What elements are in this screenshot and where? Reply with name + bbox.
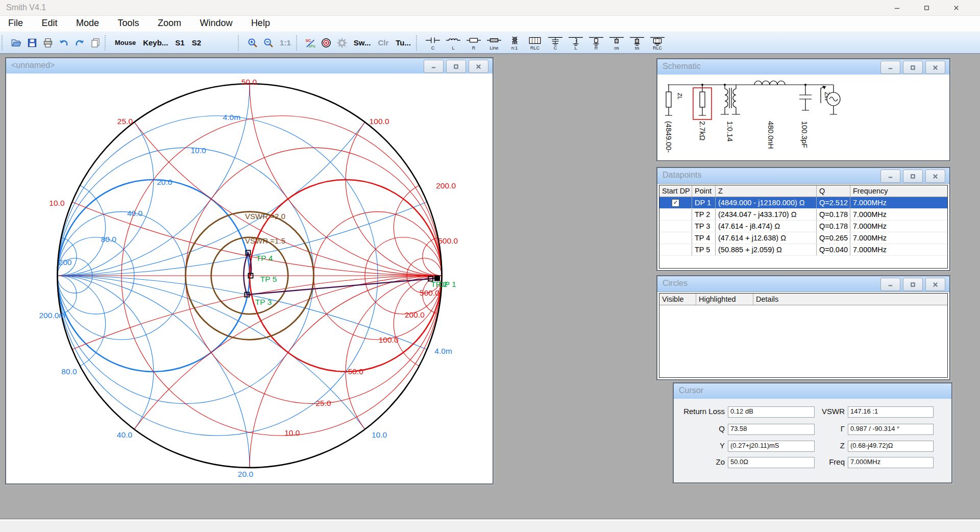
frequency-cell: 7.000MHz <box>850 221 947 232</box>
schematic-titlebar[interactable]: Schematic <box>657 59 949 75</box>
minimize-button[interactable] <box>880 278 900 291</box>
open-button[interactable] <box>9 36 23 50</box>
menu-zoom[interactable]: Zoom <box>150 16 189 31</box>
s1-button[interactable]: S1 <box>172 38 188 47</box>
col-highlighted[interactable]: Highlighted <box>696 294 753 305</box>
mouse-mode-button[interactable]: Mouse <box>111 39 139 46</box>
schematic-canvas[interactable]: ZLZin(4849.00-2.7kΩ1:0.14480.0nH100.3pF <box>657 75 949 160</box>
datapoints-panel: Datapoints Start DP Point Z Q Frequency … <box>656 167 950 271</box>
datapoints-titlebar[interactable]: Datapoints <box>657 168 949 184</box>
frequency-cell: 7.000MHz <box>850 209 947 220</box>
maximize-button[interactable] <box>903 61 923 74</box>
close-button[interactable] <box>925 61 945 74</box>
component-series-c-button[interactable]: C <box>423 34 443 52</box>
sc-splot-button[interactable]: SCSPlot <box>304 36 317 50</box>
zoom-in-button[interactable] <box>246 36 259 50</box>
component-shunt-r-button[interactable]: R <box>586 34 606 52</box>
close-button[interactable] <box>925 170 945 183</box>
start-dp-cell[interactable] <box>659 221 692 232</box>
close-button[interactable] <box>469 60 488 73</box>
undo-button[interactable] <box>57 36 70 50</box>
menu-help[interactable]: Help <box>243 16 278 31</box>
app-close-button[interactable] <box>941 0 971 15</box>
cursor-value-vswr[interactable]: 147.16 :1 <box>848 406 934 418</box>
minimize-button[interactable] <box>880 170 900 183</box>
cursor-value-z[interactable]: (0.68-j49.72)Ω <box>848 441 934 452</box>
minimize-button[interactable] <box>880 61 900 74</box>
smith-chart[interactable]: VSWR =2.0VSWR =1.550.025.0100.010.0200.0… <box>6 74 493 483</box>
component-shunt-rlc-button[interactable]: RLC <box>647 34 668 52</box>
redo-button[interactable] <box>72 36 86 50</box>
sc-splot-icon: SCSPlot <box>305 38 315 48</box>
copy-button[interactable] <box>88 36 102 50</box>
maximize-icon <box>910 281 916 288</box>
start-dp-cell[interactable]: ✓ <box>659 197 692 208</box>
component-xfmr-button[interactable]: n:1 <box>504 34 525 52</box>
component-line-button[interactable]: Line <box>484 34 504 52</box>
menu-mode[interactable]: Mode <box>68 16 107 31</box>
col-point[interactable]: Point <box>692 185 716 197</box>
table-row[interactable]: TP 4(47.614 + j12.638) ΩQ=0.2657.000MHz <box>659 232 947 244</box>
component-value-label: 480.0nH <box>767 121 775 149</box>
circles-tool-button[interactable] <box>320 36 333 50</box>
chart-window-titlebar[interactable]: <unnamed> <box>6 58 493 74</box>
zoom-reset-button[interactable]: 1:1 <box>276 38 295 47</box>
schematic-drawing: ZLZin(4849.00-2.7kΩ1:0.14480.0nH100.3pF <box>657 75 947 158</box>
component-series-r-button[interactable]: R <box>463 34 484 52</box>
zoom-out-button[interactable] <box>261 36 275 50</box>
smith-chart-area[interactable]: VSWR =2.0VSWR =1.550.025.0100.010.0200.0… <box>6 74 493 483</box>
start-dp-cell[interactable] <box>659 244 692 255</box>
save-button[interactable] <box>25 36 39 50</box>
col-q[interactable]: Q <box>817 185 850 197</box>
app-title: Smith V4.1 <box>6 3 46 12</box>
start-dp-cell[interactable] <box>659 209 692 220</box>
circles-titlebar[interactable]: Circles <box>657 276 949 292</box>
settings-gear-button[interactable] <box>335 36 349 50</box>
component-shunt-ss-button[interactable]: ss <box>627 34 647 52</box>
start-dp-checkbox[interactable]: ✓ <box>672 199 679 207</box>
col-start-dp[interactable]: Start DP <box>659 185 692 197</box>
table-row[interactable]: TP 2(2434.047 - j433.170) ΩQ=0.1787.000M… <box>659 209 947 221</box>
menubar: File Edit Mode Tools Zoom Window Help <box>0 16 980 32</box>
print-button[interactable] <box>41 36 55 50</box>
table-row[interactable]: TP 5(50.885 + j2.059) ΩQ=0.0407.000MHz <box>659 244 947 256</box>
menu-file[interactable]: File <box>0 16 31 31</box>
col-details[interactable]: Details <box>753 294 947 305</box>
cursor-value--[interactable]: 0.987 / -90.314 ° <box>848 424 934 435</box>
point-cell: TP 5 <box>692 244 716 255</box>
maximize-button[interactable] <box>446 60 466 73</box>
minimize-icon <box>887 173 894 180</box>
minimize-icon <box>887 64 894 71</box>
component-shunt-os-button[interactable]: os <box>606 34 627 52</box>
close-button[interactable] <box>925 278 945 291</box>
menu-edit[interactable]: Edit <box>33 16 65 31</box>
component-label: RLC <box>530 46 540 50</box>
cursor-value-freq[interactable]: 7.000MHz <box>848 457 934 468</box>
col-frequency[interactable]: Frequency <box>850 185 947 197</box>
cursor-titlebar[interactable]: Cursor <box>674 383 951 399</box>
minimize-button[interactable] <box>424 60 444 73</box>
close-icon <box>932 64 939 71</box>
q-cell: Q=0.178 <box>817 209 850 220</box>
maximize-button[interactable] <box>903 170 923 183</box>
sweep-button[interactable]: Sw... <box>350 38 375 47</box>
open-icon <box>11 38 21 48</box>
maximize-button[interactable] <box>903 278 923 291</box>
keyboard-mode-button[interactable]: Keyb... <box>139 38 172 47</box>
component-shunt-l-button[interactable]: L <box>566 34 586 52</box>
table-row[interactable]: TP 3(47.614 - j8.474) ΩQ=0.1787.000MHz <box>659 221 947 232</box>
tune-button[interactable]: Tu... <box>392 38 414 47</box>
app-maximize-button[interactable] <box>912 0 941 15</box>
table-row[interactable]: ✓DP 1(4849.000 - j12180.000) ΩQ=2.5127.0… <box>659 197 947 209</box>
menu-window[interactable]: Window <box>191 16 240 31</box>
component-series-l-button[interactable]: L <box>443 34 463 52</box>
s2-button[interactable]: S2 <box>188 38 205 47</box>
col-visible[interactable]: Visible <box>659 294 696 305</box>
col-z[interactable]: Z <box>716 185 817 197</box>
start-dp-cell[interactable] <box>659 232 692 244</box>
app-minimize-button[interactable] <box>882 0 912 15</box>
menu-tools[interactable]: Tools <box>109 16 147 31</box>
component-rlc-button[interactable]: RLC <box>525 34 545 52</box>
component-shunt-c-button[interactable]: C <box>545 34 566 52</box>
clear-button[interactable]: Clr <box>374 38 392 47</box>
